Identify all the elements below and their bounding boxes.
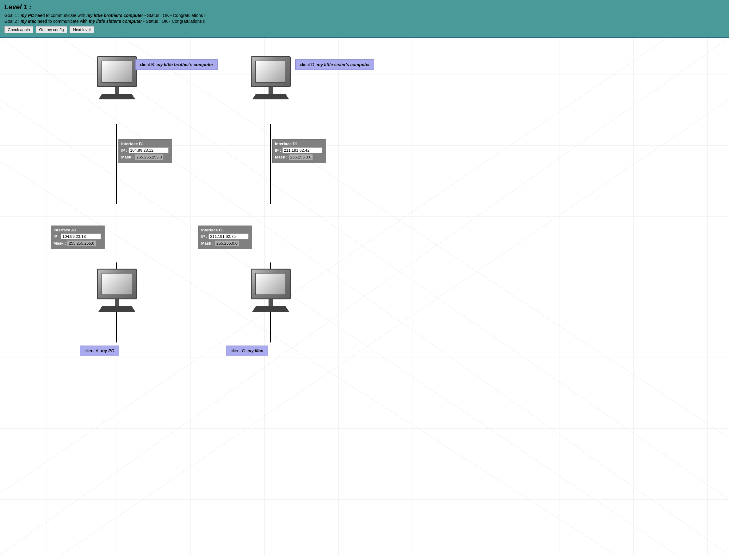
computer-b [97, 56, 137, 99]
client-b-label: client B: my little brother's computer [135, 59, 218, 70]
interface-b1-box: Interface B1 IP : Mask : 255.255.255.0 [118, 139, 172, 163]
iface-b1-mask-row: Mask : 255.255.255.0 [121, 154, 170, 160]
client-d-name: my little sister's computer [317, 62, 370, 67]
client-a-name: my PC [101, 348, 114, 353]
base-b [115, 87, 119, 94]
monitor-a [97, 269, 137, 299]
network-canvas: client B: my little brother's computer c… [0, 38, 729, 555]
iface-c1-ip-input[interactable] [209, 234, 249, 239]
goal2-middle: need to communicate with [36, 19, 89, 24]
client-b-prefix: client B: [140, 62, 157, 67]
iface-c1-title: Interface C1 [201, 228, 250, 232]
next-level-button[interactable]: Next level [70, 26, 94, 33]
goal1-status: - Status : OK - Congratulations !! [143, 13, 207, 18]
iface-b1-ip-input[interactable] [129, 147, 169, 153]
goal2-prefix: Goal 2 : [4, 19, 21, 24]
screen-c [255, 273, 286, 295]
iface-c1-ip-row: IP : [201, 234, 250, 239]
base-a [115, 299, 119, 306]
interface-d1-box: Interface D1 IP : Mask : 255.255.0.0 [272, 139, 326, 163]
action-buttons: Check again Get my config Next level [4, 26, 725, 33]
iface-b1-ip-row: IP : [121, 147, 170, 153]
interface-c1-box: Interface C1 IP : Mask : 255.255.0.0 [198, 226, 252, 249]
goal1-subject: my PC [21, 13, 34, 18]
iface-c1-mask-label: Mask : [201, 241, 214, 246]
goal2-status: - Status : OK - Congratulations !! [142, 19, 206, 24]
client-b-name: my little brother's computer [157, 62, 214, 67]
svg-line-19 [0, 99, 677, 555]
stand-b [98, 94, 135, 99]
computer-d [251, 56, 291, 99]
iface-b1-mask-value: 255.255.255.0 [135, 154, 163, 160]
iface-d1-ip-label: IP : [275, 148, 281, 153]
client-d-label: client D: my little sister's computer [295, 59, 374, 70]
iface-d1-mask-value: 255.255.0.0 [289, 154, 313, 160]
screen-b [102, 61, 132, 83]
computer-a [97, 269, 137, 312]
client-a-prefix: client A: [85, 348, 101, 353]
client-a-label: client A: my PC [80, 346, 119, 356]
connection-line-d [270, 124, 271, 204]
client-c-name: my Mac [247, 348, 263, 353]
iface-d1-ip-row: IP : [275, 147, 323, 153]
screen-a [102, 273, 132, 295]
header: Level 1 : Goal 1 : my PC need to communi… [0, 0, 729, 38]
iface-c1-mask-row: Mask : 255.255.0.0 [201, 240, 250, 246]
iface-a1-mask-value: 255.255.255.0 [67, 240, 96, 246]
goal2-target: my little sister's computer [89, 19, 142, 24]
computer-c [251, 269, 291, 312]
svg-line-21 [0, 161, 615, 555]
svg-line-20 [62, 38, 729, 499]
iface-b1-mask-label: Mask : [121, 155, 134, 159]
client-c-prefix: client C: [231, 348, 247, 353]
screen-d [255, 61, 286, 83]
svg-line-23 [62, 99, 729, 555]
stand-a [98, 306, 135, 312]
interface-a1-box: Interface A1 IP : Mask : 255.255.255.0 [51, 226, 105, 249]
goal1-target: my little brother's computer [86, 13, 143, 18]
iface-d1-title: Interface D1 [275, 142, 323, 146]
base-c [269, 299, 273, 306]
stand-c [252, 306, 289, 312]
iface-c1-ip-label: IP : [201, 234, 207, 239]
iface-a1-ip-row: IP : [54, 234, 102, 239]
goal1-line: Goal 1 : my PC need to communicate with … [4, 13, 725, 18]
get-config-button[interactable]: Get my config [36, 26, 67, 33]
stand-d [252, 94, 289, 99]
iface-a1-ip-label: IP : [54, 234, 60, 239]
iface-d1-mask-row: Mask : 255.255.0.0 [275, 154, 323, 160]
goal1-prefix: Goal 1 : [4, 13, 21, 18]
iface-a1-mask-row: Mask : 255.255.255.0 [54, 240, 102, 246]
connection-line-b [116, 124, 117, 204]
check-again-button[interactable]: Check again [4, 26, 33, 33]
base-d [269, 87, 273, 94]
iface-b1-title: Interface B1 [121, 142, 170, 146]
monitor-b [97, 56, 137, 87]
monitor-d [251, 56, 291, 87]
iface-a1-mask-label: Mask : [54, 241, 66, 246]
iface-d1-ip-input[interactable] [283, 147, 323, 153]
iface-b1-ip-label: IP : [121, 148, 127, 153]
page-title: Level 1 : [4, 3, 725, 11]
client-c-label: client C: my Mac [226, 346, 268, 356]
goal1-middle: need to communicate with [34, 13, 86, 18]
iface-a1-title: Interface A1 [54, 228, 102, 232]
svg-line-24 [0, 38, 667, 493]
goal2-subject: my Mac [21, 19, 36, 24]
client-d-prefix: client D: [300, 62, 317, 67]
iface-a1-ip-input[interactable] [61, 234, 101, 239]
iface-c1-mask-value: 255.255.0.0 [215, 240, 239, 246]
iface-d1-mask-label: Mask : [275, 155, 287, 159]
monitor-c [251, 269, 291, 299]
goal2-line: Goal 2 : my Mac need to communicate with… [4, 19, 725, 24]
